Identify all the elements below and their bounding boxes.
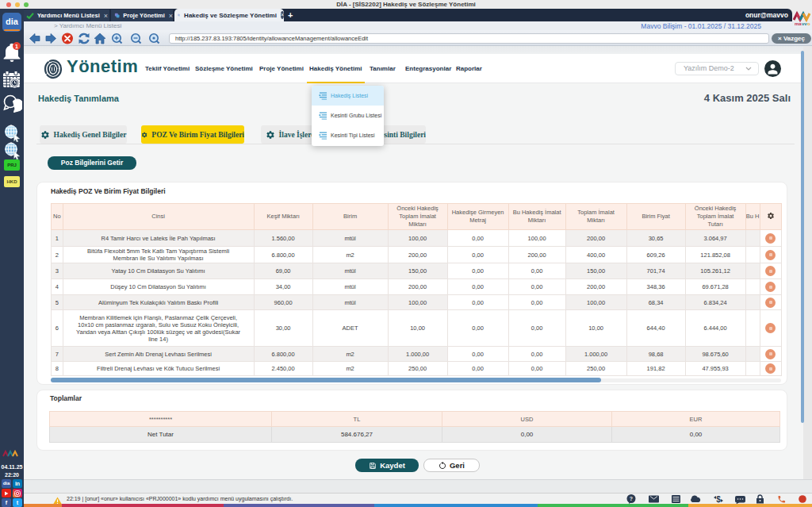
svg-text:o: o xyxy=(807,21,810,26)
svg-text:?: ? xyxy=(630,496,633,501)
svg-text:$: $ xyxy=(716,495,721,504)
svg-text:1: 1 xyxy=(15,44,18,49)
svg-text:ma: ma xyxy=(795,21,802,26)
